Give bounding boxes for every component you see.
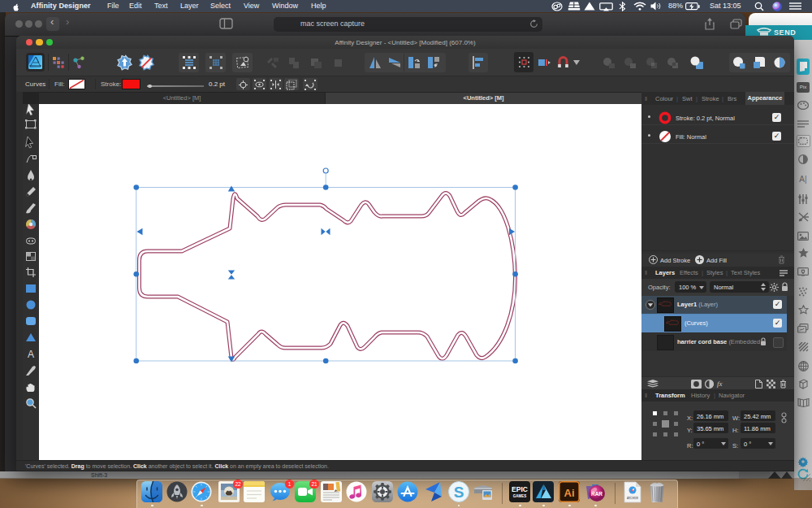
svg-text:A: A	[28, 349, 34, 360]
svg-text:GAMES: GAMES	[513, 494, 527, 498]
svg-text:ARCHIVE: ARCHIVE	[627, 497, 638, 500]
svg-text:EPIC: EPIC	[512, 485, 528, 493]
svg-text:Ai: Ai	[564, 487, 575, 499]
svg-text:RAR: RAR	[591, 491, 603, 497]
svg-text:S: S	[453, 484, 464, 501]
